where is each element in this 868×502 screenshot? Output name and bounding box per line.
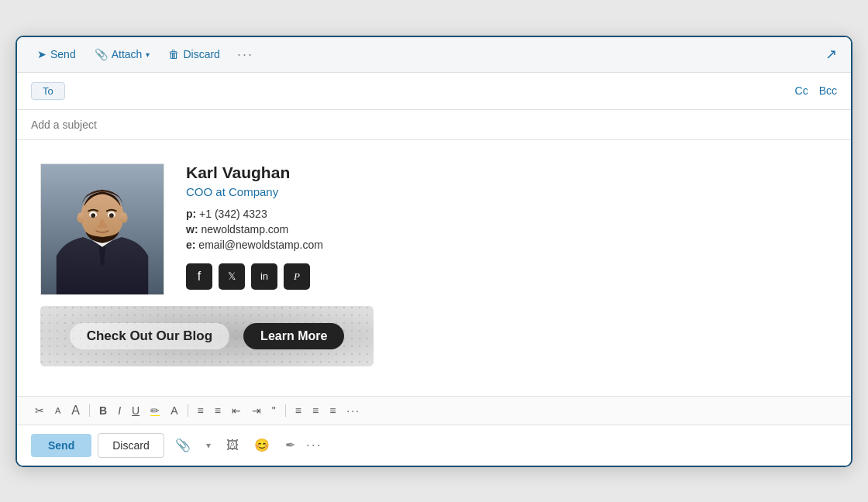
signature-phone: p: +1 (342) 4323 [186,208,323,220]
blog-banner: Check Out Our Blog Learn More [40,306,374,366]
trash-icon: 🗑 [168,48,179,60]
format-toolbar: ✂ A A B I U ✏ A ≡ ≡ ⇤ ⇥ " ≡ ≡ ≡ ··· [17,396,851,425]
attach-button[interactable]: 📎 Attach ▾ [88,45,157,64]
bottom-more-button[interactable]: ··· [306,437,322,453]
email-compose-window: ➤ Send 📎 Attach ▾ 🗑 Discard ··· ↗ To Cc … [16,36,852,467]
signature-name: Karl Vaughan [186,163,323,182]
align-center-button[interactable]: ≡ [211,402,225,419]
quote-button[interactable]: " [268,402,280,419]
pinterest-icon[interactable]: P [284,263,310,290]
signature-title: COO at Company [186,185,323,198]
bottom-discard-button[interactable]: Discard [98,433,164,458]
linkedin-icon[interactable]: in [251,263,277,290]
signature-web: w: newoldstamp.com [186,223,323,236]
svg-point-6 [109,213,114,218]
bottom-toolbar: Send Discard 📎 ▾ 🖼 😊 ✒ ··· [17,425,851,466]
attachment-chevron-button[interactable]: ▾ [202,437,215,454]
discard-button[interactable]: 🗑 Discard [162,45,226,64]
svg-point-5 [91,213,95,218]
social-icons: f 𝕏 in P [186,263,323,290]
to-row: To Cc Bcc [17,73,851,110]
attachment-button[interactable]: 📎 [170,435,195,456]
align-options-1[interactable]: ≡ [291,402,305,419]
subject-row [17,110,851,140]
signature-button[interactable]: ✒ [281,435,300,456]
expand-button[interactable]: ↗ [825,46,837,63]
image-button[interactable]: 🖼 [222,435,243,456]
subject-input[interactable] [31,119,837,131]
send-icon: ➤ [37,48,46,60]
svg-point-8 [112,214,113,215]
cc-button[interactable]: Cc [795,84,808,97]
format-more-button[interactable]: ··· [343,402,364,419]
more-options-button[interactable]: ··· [232,45,258,64]
facebook-icon[interactable]: f [186,263,212,290]
svg-point-10 [120,212,128,223]
scissors-button[interactable]: ✂ [31,402,48,419]
email-body[interactable]: Karl Vaughan COO at Company p: +1 (342) … [17,140,851,396]
blog-banner-text: Check Out Our Blog [70,323,229,349]
bcc-button[interactable]: Bcc [819,84,837,97]
expand-icon: ↗ [825,46,837,62]
font-size-small-button[interactable]: A [51,404,64,418]
email-signature: Karl Vaughan COO at Company p: +1 (342) … [40,163,828,366]
signature-main: Karl Vaughan COO at Company p: +1 (342) … [40,163,828,295]
align-options-3[interactable]: ≡ [326,402,339,419]
twitter-icon[interactable]: 𝕏 [219,263,245,290]
attach-chevron-icon: ▾ [146,50,150,59]
indent-increase-button[interactable]: ⇥ [248,402,265,419]
cc-bcc-area: Cc Bcc [795,84,837,97]
highlight-button[interactable]: ✏ [146,402,164,419]
underline-button[interactable]: U [128,402,143,419]
align-left-button[interactable]: ≡ [194,402,208,419]
format-separator-1 [89,404,90,417]
font-size-large-button[interactable]: A [67,401,84,420]
indent-decrease-button[interactable]: ⇤ [228,402,245,419]
bottom-send-button[interactable]: Send [31,434,91,457]
compose-toolbar: ➤ Send 📎 Attach ▾ 🗑 Discard ··· ↗ [17,37,851,73]
svg-point-7 [93,214,95,215]
signature-email: e: email@newoldstamp.com [186,239,323,251]
format-separator-2 [188,404,188,417]
format-separator-3 [285,404,286,417]
italic-button[interactable]: I [114,402,125,419]
bold-button[interactable]: B [95,402,111,419]
svg-point-9 [77,212,84,223]
signature-info: Karl Vaughan COO at Company p: +1 (342) … [186,163,323,290]
font-color-button[interactable]: A [167,402,181,419]
to-label: To [31,82,65,100]
emoji-button[interactable]: 😊 [250,435,274,456]
send-button[interactable]: ➤ Send [31,45,82,64]
signature-photo [40,163,164,295]
align-options-2[interactable]: ≡ [308,402,322,419]
paperclip-icon: 📎 [95,48,108,60]
learn-more-button[interactable]: Learn More [243,323,344,349]
to-input[interactable] [73,84,795,97]
